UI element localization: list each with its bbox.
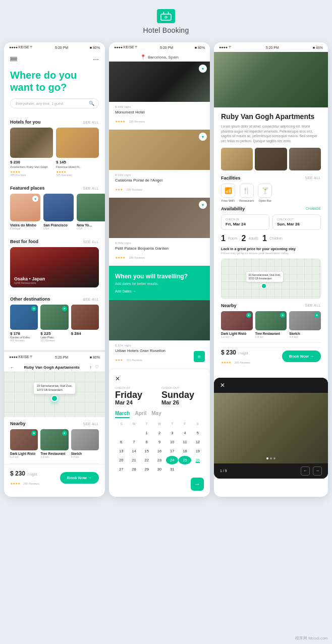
calendar-close-button[interactable]: ✕ xyxy=(115,375,204,382)
nearby-card-3c[interactable]: ♥ Sketch 4.5 km xyxy=(289,311,321,338)
cal-day-7[interactable]: 7 xyxy=(128,438,140,446)
place-card-1[interactable]: ♥ Vieira do Minho Portugal xyxy=(10,194,40,230)
cal-day-17[interactable]: 17 xyxy=(166,447,178,455)
hotel-list-fav-3[interactable]: ♥ xyxy=(199,201,207,209)
cal-day-22[interactable]: 22 xyxy=(141,456,153,464)
month-may[interactable]: May xyxy=(151,411,161,418)
gallery-prev-button[interactable]: ← xyxy=(301,466,310,476)
cal-day-15[interactable]: 15 xyxy=(141,447,153,455)
hotel-list-card-4[interactable]: $ 324/ night Urban Hotels Gran Rosellon … xyxy=(109,300,210,367)
hotel-list-fav-2[interactable]: ♥ xyxy=(199,133,207,141)
cal-day-27[interactable]: 27 xyxy=(115,465,127,474)
back-button[interactable]: ← xyxy=(10,365,14,370)
change-link[interactable]: CHANGE xyxy=(306,207,321,210)
hotel-list-info-3: $ 265/ night Petit Palace Boqueria Garde… xyxy=(109,238,210,265)
status-battery-2: ■ 80% xyxy=(195,46,205,49)
cal-day-21[interactable]: 21 xyxy=(128,456,140,464)
book-now-button-3[interactable]: Book Now → xyxy=(282,350,321,362)
nearby-card-1a[interactable]: ♥ Dark Light Ristò 1.2 km xyxy=(10,429,38,458)
cal-day-3[interactable]: 3 xyxy=(166,429,178,437)
nearby-name-3b: Tree Restaurant xyxy=(255,332,287,335)
cal-day-18[interactable]: 18 xyxy=(179,447,191,455)
place-card-2[interactable]: San Francisco USA xyxy=(43,194,74,230)
gallery-section: ✕ 1 / 9 ← → xyxy=(214,378,328,479)
cal-day-6[interactable]: 6 xyxy=(115,438,127,446)
filter-button[interactable]: ≡ xyxy=(194,351,205,362)
property-photo-3[interactable] xyxy=(289,148,321,170)
cal-day-4[interactable]: 4 xyxy=(179,429,191,437)
hotel-card-1[interactable]: $ 230 Amsterdam Ruby Van Gogh ★★★★ 285 R… xyxy=(10,128,53,177)
nearby-card-3a[interactable]: ♥ Dark Light Ristò 1.2 km xyxy=(221,311,253,338)
cal-day-26[interactable]: 26 xyxy=(192,456,204,464)
nearby-see-all-3[interactable]: SEE ALL xyxy=(305,304,321,307)
cal-day-13[interactable]: 13 xyxy=(115,447,127,455)
book-now-button-1[interactable]: Book Now → xyxy=(60,472,99,484)
more-options-button[interactable]: ··· xyxy=(93,55,99,63)
cal-day-16[interactable]: 16 xyxy=(153,447,165,455)
cal-day-1[interactable]: 1 xyxy=(141,429,153,437)
hotel-card-2[interactable]: $ 145 Florence Hotel Fl... ★★★★ 325 Revi… xyxy=(56,128,99,177)
facilities-see-all[interactable]: SEE ALL xyxy=(305,176,321,180)
hotel-list-stars-3: ★★★★ xyxy=(115,256,125,259)
status-bar-1: ●●●● KEISE 〒 5:20 PM ■ 80% xyxy=(4,42,105,52)
cal-day-11[interactable]: 11 xyxy=(179,438,191,446)
dest-card-3[interactable]: $ 284 xyxy=(71,305,99,342)
cal-day-10[interactable]: 10 xyxy=(166,438,178,446)
month-march[interactable]: March xyxy=(115,411,130,418)
status-bar-3: ●●●● 〒 5:20 PM ■ 46% xyxy=(214,42,328,52)
cal-day-5[interactable]: 5 xyxy=(192,429,204,437)
food-see-all[interactable]: SEE ALL xyxy=(83,240,99,244)
share-icon[interactable]: ↑ xyxy=(89,365,92,370)
hotel-list-card-3[interactable]: ♥ $ 265/ night Petit Palace Boqueria Gar… xyxy=(109,198,210,265)
property-photo-2[interactable] xyxy=(255,148,287,170)
nearby-card-2a[interactable]: ♥ Tree Restaurant 2.8 km xyxy=(40,429,68,458)
cal-day-8[interactable]: 8 xyxy=(141,438,153,446)
checkin-date: Mar 24 xyxy=(115,399,157,405)
fav-icon-1[interactable]: ♥ xyxy=(32,196,38,202)
search-bar[interactable]: Everywhere, any time, 1 guest 🔍 xyxy=(10,98,99,108)
nearby-dist-3a: 1.2 km xyxy=(221,335,253,338)
gallery-image xyxy=(214,393,328,463)
dest-see-all[interactable]: SEE ALL xyxy=(83,298,99,301)
cal-day-2[interactable]: 2 xyxy=(153,429,165,437)
heart-icon[interactable]: ♡ xyxy=(95,365,99,370)
dest-card-2[interactable]: ♥ $ 225 Lake Plato 321 Reviews xyxy=(40,305,68,342)
dest-fav-1: ♥ xyxy=(31,306,36,311)
cal-day-28[interactable]: 28 xyxy=(128,465,140,474)
cal-day-9[interactable]: 9 xyxy=(153,438,165,446)
cal-day-23[interactable]: 23 xyxy=(153,456,165,464)
cal-day-30[interactable]: 30 xyxy=(153,465,165,474)
cal-day-14[interactable]: 14 xyxy=(128,447,140,455)
cal-day-24[interactable]: 24 xyxy=(166,456,178,464)
cal-day-25[interactable]: 25 xyxy=(179,456,191,464)
calendar-next-button[interactable]: → xyxy=(191,478,204,491)
dest-card-1[interactable]: ♥ $ 178 Garden of Eden 465 Reviews xyxy=(10,305,38,342)
cal-day-29[interactable]: 29 xyxy=(141,465,153,474)
gallery-next-button[interactable]: → xyxy=(313,466,322,476)
cal-day-31[interactable]: 31 xyxy=(166,465,178,474)
hotel-list-card-2[interactable]: ♥ $ 230/ night Catalonia Portal de l'Ang… xyxy=(109,130,210,197)
hotel-list-card-1[interactable]: ♥ $ 348/ night Monument Hotel ★★★★ 295 R… xyxy=(109,62,210,129)
price-value-3: $ 230 xyxy=(221,349,236,356)
property-photo-1[interactable] xyxy=(221,148,253,170)
menu-button[interactable] xyxy=(10,57,17,62)
hotel-list-fav-1[interactable]: ♥ xyxy=(199,65,207,73)
nearby-card-3a[interactable]: Sketch 4.5 km xyxy=(71,429,99,458)
featured-see-all[interactable]: SEE ALL xyxy=(83,187,99,190)
gallery-close-button[interactable]: ✕ xyxy=(220,382,225,389)
cal-day-empty xyxy=(128,429,140,437)
nearby-see-all-1[interactable]: SEE ALL xyxy=(83,422,99,426)
hotels-see-all[interactable]: SEE ALL xyxy=(83,121,99,124)
cal-day-empty xyxy=(115,429,127,437)
cal-day-12[interactable]: 12 xyxy=(192,438,204,446)
checkin-date-box[interactable]: Check-in Fri, Mar 24 xyxy=(221,214,269,230)
place-card-3[interactable]: New Yo... USA xyxy=(77,194,105,230)
add-dates-button[interactable]: Add Dates → xyxy=(115,289,136,293)
checkout-date-box[interactable]: Check-out Sun, Mar 26 xyxy=(272,214,321,230)
food-card[interactable]: Osaka • Japan 1248 Restaurants xyxy=(10,247,99,287)
map-pin-3 xyxy=(261,283,267,289)
cal-day-20[interactable]: 20 xyxy=(115,456,127,464)
nearby-card-3b[interactable]: ♥ Tree Restaurant 2.8 km xyxy=(255,311,287,338)
month-april[interactable]: April xyxy=(135,411,146,418)
cal-day-19[interactable]: 19 xyxy=(192,447,204,455)
